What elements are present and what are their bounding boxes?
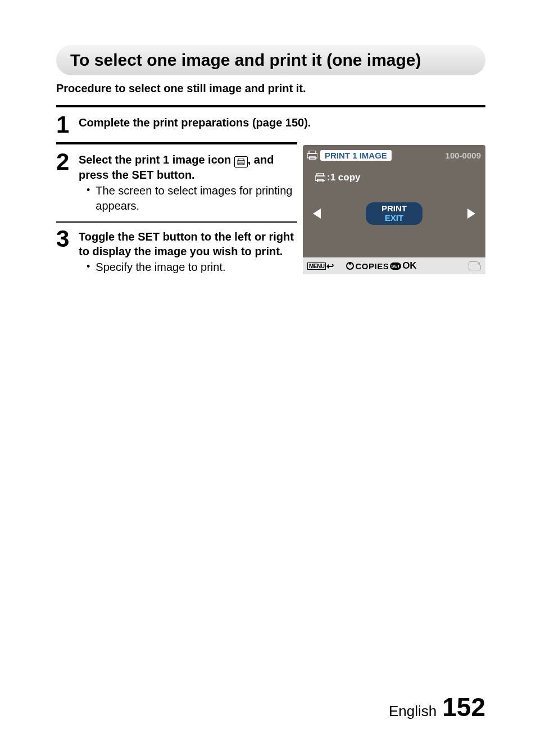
step-title: Toggle the SET button to the left or rig… bbox=[79, 229, 297, 259]
step-body: Select the print 1 image icon , and pres… bbox=[79, 149, 297, 214]
bullet-text: The screen to select images for printing… bbox=[96, 183, 297, 214]
rule-divider bbox=[56, 221, 297, 223]
svg-rect-0 bbox=[238, 159, 244, 161]
step-number: 1 bbox=[56, 113, 79, 137]
screen-copy-row: :1 copy bbox=[303, 163, 485, 183]
step-2: 2 Select the print 1 image icon , and pr… bbox=[56, 149, 297, 214]
step-3: 3 Toggle the SET button to the left or r… bbox=[56, 226, 297, 275]
step-title: Select the print 1 image icon , and pres… bbox=[79, 152, 297, 182]
screen-image-number: 100-0009 bbox=[446, 151, 481, 160]
bullet-dot: • bbox=[87, 183, 90, 214]
section-heading: To select one image and print it (one im… bbox=[56, 45, 485, 75]
rule-divider bbox=[56, 105, 485, 107]
print1-image-icon bbox=[234, 156, 248, 168]
return-icon: ↩ bbox=[326, 261, 334, 271]
screen-action-pill: PRINT EXIT bbox=[366, 202, 423, 225]
svg-rect-4 bbox=[307, 153, 317, 158]
procedure-intro: Procedure to select one still image and … bbox=[56, 82, 485, 95]
screen-bottombar: MENU ↩ COPIES SET OK bbox=[303, 257, 485, 274]
step-number: 2 bbox=[56, 150, 79, 174]
menu-badge: MENU bbox=[307, 262, 326, 270]
svg-rect-1 bbox=[237, 161, 245, 164]
screen-exit-label: EXIT bbox=[381, 214, 407, 223]
page-footer: English 152 bbox=[389, 692, 485, 722]
ok-label: OK bbox=[402, 260, 417, 271]
step-title-prefix: Select the print 1 image icon bbox=[79, 153, 234, 166]
screen-mid-row: PRINT EXIT bbox=[303, 202, 485, 225]
svg-rect-7 bbox=[315, 176, 325, 180]
set-badge: SET bbox=[390, 262, 401, 270]
screen-copy-count: :1 copy bbox=[327, 172, 361, 183]
step-number: 3 bbox=[56, 227, 79, 251]
joystick-icon bbox=[346, 262, 354, 270]
bullet-text: Specify the image to print. bbox=[96, 260, 225, 275]
triangle-left-icon bbox=[313, 209, 321, 219]
footer-language: English bbox=[389, 703, 437, 720]
printer-icon bbox=[307, 151, 317, 160]
step-body: Toggle the SET button to the left or rig… bbox=[79, 226, 297, 275]
printer-icon bbox=[315, 173, 325, 182]
triangle-right-icon bbox=[467, 209, 475, 219]
step-1: 1 Complete the print preparations (page … bbox=[56, 112, 485, 137]
footer-page-number: 152 bbox=[442, 692, 485, 722]
screen-mode-label: PRINT 1 IMAGE bbox=[320, 150, 392, 161]
step-title: Complete the print preparations (page 15… bbox=[79, 115, 485, 130]
camera-screen-mock: PRINT 1 IMAGE 100-0009 :1 copy PRINT EXI… bbox=[303, 145, 485, 274]
menu-label: MENU bbox=[307, 262, 326, 270]
screen-topbar: PRINT 1 IMAGE 100-0009 bbox=[303, 145, 485, 163]
screen-print-label: PRINT bbox=[381, 204, 407, 214]
card-icon bbox=[469, 261, 481, 270]
bullet-dot: • bbox=[87, 260, 90, 275]
rule-divider bbox=[56, 142, 297, 144]
step-body: Complete the print preparations (page 15… bbox=[79, 112, 485, 130]
copies-label: COPIES bbox=[355, 261, 389, 271]
